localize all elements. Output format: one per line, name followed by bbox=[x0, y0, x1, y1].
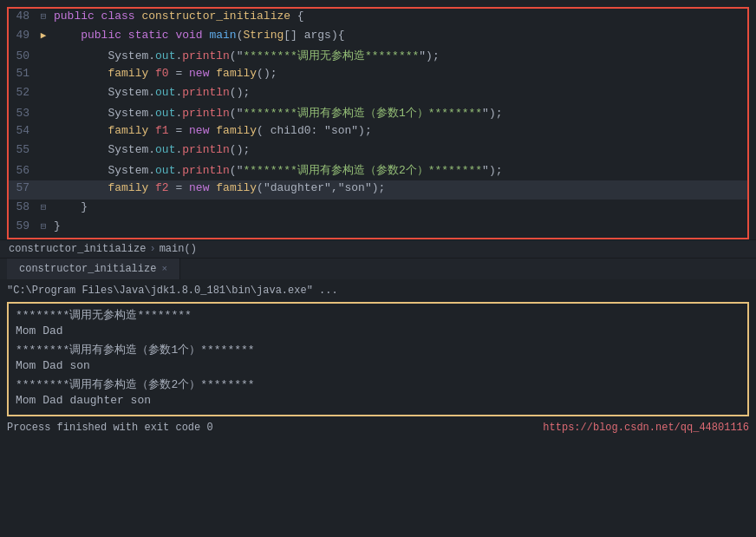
code-content: public class constructor_initialize { bbox=[50, 10, 747, 23]
code-content: System.out.println(); bbox=[50, 86, 747, 99]
breadcrumb-part1: constructor_initialize bbox=[9, 243, 146, 255]
token: class bbox=[101, 10, 142, 23]
token: { bbox=[290, 10, 304, 23]
token: (" bbox=[230, 107, 244, 120]
token: out bbox=[155, 107, 175, 120]
code-content: public static void main(String[] args){ bbox=[50, 29, 747, 42]
code-line: 56 System.out.println("********调用有参构造（参数… bbox=[9, 161, 747, 180]
line-number: 48 bbox=[9, 10, 36, 23]
code-content: family f2 = new family("daughter","son")… bbox=[50, 181, 747, 194]
token: (); bbox=[257, 67, 277, 80]
console-line: ********调用有参构造（参数2个）******** bbox=[16, 377, 740, 394]
token: family bbox=[108, 181, 148, 194]
gutter-icon[interactable]: ⊟ bbox=[36, 220, 50, 232]
code-line: 51 family f0 = new family(); bbox=[9, 66, 747, 85]
console-line: ********调用无参构造******** bbox=[16, 307, 740, 324]
token: = bbox=[169, 67, 189, 80]
token: System. bbox=[108, 143, 155, 156]
token bbox=[148, 181, 155, 194]
process-status: Process finished with exit code 0 bbox=[7, 422, 213, 434]
token: } bbox=[54, 219, 61, 232]
token: out bbox=[155, 143, 175, 156]
token: constructor_initialize bbox=[141, 10, 290, 23]
token: "); bbox=[419, 49, 439, 62]
code-content: } bbox=[50, 219, 747, 232]
token: new bbox=[189, 67, 216, 80]
code-content: System.out.println(); bbox=[50, 143, 747, 156]
line-number: 49 bbox=[9, 29, 36, 42]
token: println bbox=[182, 107, 230, 120]
line-number: 52 bbox=[9, 86, 36, 99]
breadcrumb: constructor_initialize › main() bbox=[0, 239, 756, 258]
token: println bbox=[182, 143, 230, 156]
token: public bbox=[81, 29, 128, 42]
token: "); bbox=[482, 107, 502, 120]
token: static bbox=[128, 29, 176, 42]
console-line: Mom Dad daughter son bbox=[16, 394, 740, 411]
line-number: 59 bbox=[9, 219, 36, 232]
tab-bar: constructor_initialize × bbox=[0, 258, 756, 279]
token: "); bbox=[482, 164, 502, 177]
token: ********调用有参构造（参数2个）******** bbox=[243, 164, 482, 177]
token: System. bbox=[108, 86, 155, 99]
token: (); bbox=[230, 86, 250, 99]
gutter-icon[interactable]: ⊟ bbox=[36, 10, 50, 22]
console-path: "C:\Program Files\Java\jdk1.8.0_181\bin\… bbox=[7, 283, 749, 298]
token: (" bbox=[230, 49, 244, 62]
token: f1 bbox=[155, 124, 169, 137]
gutter-icon[interactable]: ⊟ bbox=[36, 201, 50, 213]
token: family bbox=[108, 124, 148, 137]
tab-label: constructor_initialize bbox=[19, 263, 156, 275]
code-line: 57 family f2 = new family("daughter","so… bbox=[9, 180, 747, 200]
token: System. bbox=[108, 164, 155, 177]
token: family bbox=[108, 67, 148, 80]
token: out bbox=[155, 86, 175, 99]
token: = bbox=[169, 181, 189, 194]
token: String bbox=[243, 29, 284, 42]
token: family bbox=[216, 124, 257, 137]
token: (" bbox=[230, 164, 244, 177]
line-number: 54 bbox=[9, 124, 36, 137]
token bbox=[148, 124, 155, 137]
line-number: 53 bbox=[9, 107, 36, 120]
token: ( child0: "son"); bbox=[257, 124, 372, 137]
code-editor[interactable]: 48⊟public class constructor_initialize {… bbox=[7, 7, 749, 239]
line-number: 56 bbox=[9, 164, 36, 177]
line-number: 55 bbox=[9, 143, 36, 156]
console-output-box: ********调用无参构造********Mom Dad********调用有… bbox=[7, 302, 749, 416]
console-line: ********调用有参构造（参数1个）******** bbox=[16, 342, 740, 359]
code-content: System.out.println("********调用有参构造（参数2个）… bbox=[50, 162, 747, 178]
token: main bbox=[209, 29, 236, 42]
code-line: 48⊟public class constructor_initialize { bbox=[9, 9, 747, 28]
code-line: 55 System.out.println(); bbox=[9, 142, 747, 161]
code-line: 58⊟ } bbox=[9, 200, 747, 219]
token: ********调用无参构造******** bbox=[243, 49, 419, 62]
tab-close-icon[interactable]: × bbox=[161, 264, 167, 274]
code-line: 54 family f1 = new family( child0: "son"… bbox=[9, 123, 747, 142]
code-content: System.out.println("********调用有参构造（参数1个）… bbox=[50, 105, 747, 121]
token: System. bbox=[108, 107, 155, 120]
code-line: 52 System.out.println(); bbox=[9, 85, 747, 104]
tab-constructor-initialize[interactable]: constructor_initialize × bbox=[7, 259, 180, 279]
token bbox=[148, 67, 155, 80]
code-line: 50 System.out.println("********调用无参构造***… bbox=[9, 47, 747, 66]
code-content: family f1 = new family( child0: "son"); bbox=[50, 124, 747, 137]
token: f0 bbox=[155, 67, 169, 80]
token: out bbox=[155, 49, 175, 62]
token: new bbox=[189, 181, 216, 194]
csdn-link[interactable]: https://blog.csdn.net/qq_44801116 bbox=[543, 422, 749, 434]
token: out bbox=[155, 164, 175, 177]
token: public bbox=[54, 10, 101, 23]
breadcrumb-sep: › bbox=[149, 243, 155, 255]
gutter-icon[interactable]: ▶ bbox=[36, 29, 50, 41]
code-line: 53 System.out.println("********调用有参构造（参数… bbox=[9, 104, 747, 123]
token: ("daughter","son"); bbox=[257, 181, 385, 194]
code-content: } bbox=[50, 200, 747, 213]
code-content: family f0 = new family(); bbox=[50, 67, 747, 80]
token: println bbox=[182, 164, 230, 177]
token: [] args){ bbox=[284, 29, 344, 42]
token: System. bbox=[108, 49, 155, 62]
token: void bbox=[175, 29, 209, 42]
line-number: 58 bbox=[9, 200, 36, 213]
token: family bbox=[216, 181, 257, 194]
